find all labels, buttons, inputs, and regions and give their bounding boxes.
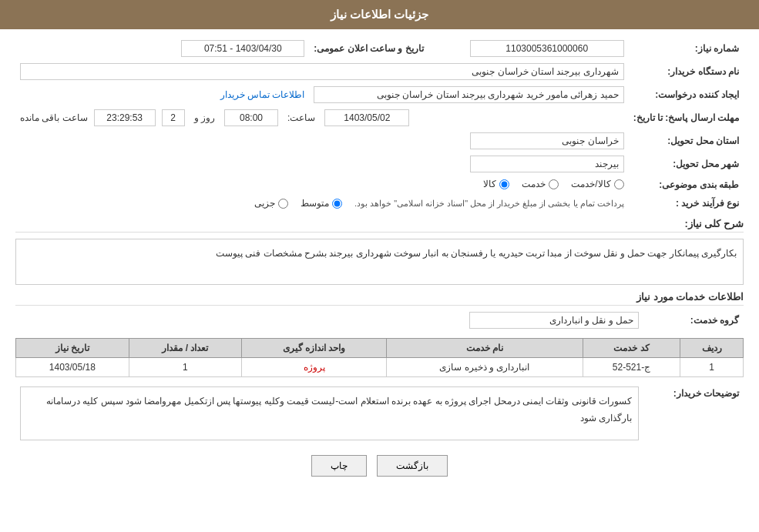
back-button[interactable]: بازگشت [377,455,448,477]
category-goods-service-option[interactable]: کالا/خدمت [571,179,623,189]
purchase-medium-option[interactable]: متوسط [301,198,342,209]
category-service-label: خدمت [522,179,546,189]
category-goods-label: کالا [483,179,496,189]
reply-time-label: ساعت: [287,112,315,123]
category-service-option[interactable]: خدمت [522,179,559,189]
delivery-city-value: بیرجند [470,156,624,172]
col-qty: تعداد / مقدار [129,339,242,358]
reply-date-value: 1403/05/02 [324,109,409,126]
remaining-days: 2 [162,109,185,126]
col-name: نام خدمت [386,339,583,358]
reply-time-value: 08:00 [224,109,278,126]
contact-link[interactable]: اطلاعات تماس خریدار [220,89,305,100]
delivery-city-label: شهر محل تحویل: [629,152,744,176]
description-section-title: شرح کلی نیاز: [15,218,744,233]
row-name: انبارداری و ذخیره سازی [386,358,583,377]
delivery-province-label: استان محل تحویل: [629,129,744,152]
buyer-name-label: نام دستگاه خریدار: [629,60,744,83]
page-title: جزئیات اطلاعات نیاز [0,0,759,29]
col-date: تاریخ نیاز [16,339,129,358]
purchase-note: پرداخت تمام یا بخشی از مبلغ خریدار از مح… [354,199,624,209]
row-unit: پروژه [242,358,387,377]
reply-deadline-label: مهلت ارسال پاسخ: تا تاریخ: [629,106,744,129]
creator-label: ایجاد کننده درخواست: [629,83,744,106]
purchase-type-label: نوع فرآیند خرید : [629,195,744,212]
row-num: 1 [680,358,744,377]
col-unit: واحد اندازه گیری [242,339,387,358]
need-number-value: 1103005361000060 [470,40,624,57]
category-goods-option[interactable]: کالا [483,179,509,189]
announce-date-value: 1403/04/30 - 07:51 [181,40,304,57]
need-number-label: شماره نیاز: [629,37,744,60]
purchase-medium-label: متوسط [301,198,329,209]
row-qty: 1 [129,358,242,377]
col-row: ردیف [680,339,744,358]
remaining-time: 23:29:53 [94,109,156,126]
purchase-partial-option[interactable]: جزیی [254,198,288,209]
col-code: کد خدمت [583,339,680,358]
remaining-days-label: روز و [194,112,215,123]
category-goods-service-label: کالا/خدمت [571,179,610,189]
row-date: 1403/05/18 [16,358,129,377]
print-button[interactable]: چاپ [311,455,367,477]
service-group-value: حمل و نقل و انبارداری [469,312,639,329]
buyer-name-value: شهرداری بیرجند استان خراسان جنوبی [20,63,624,80]
row-code: ج-521-52 [583,358,680,377]
buyer-notes-label: توضیحات خریدار: [643,383,744,443]
services-section-title: اطلاعات خدمات مورد نیاز [15,291,744,306]
category-label: طبقه بندی موضوعی: [629,176,744,195]
creator-value: حمید زهرائی مامور خرید شهرداری بیرجند اس… [314,86,623,103]
announce-date-label: تاریخ و ساعت اعلان عمومی: [309,37,428,60]
table-row: 1 ج-521-52 انبارداری و ذخیره سازی پروژه … [16,358,744,377]
buyer-notes-text: کسورات قانونی وثقات ایمنی درمحل اجرای پر… [20,386,639,440]
buttons-row: بازگشت چاپ [15,455,744,477]
description-text: بکارگیری پیمانکار جهت حمل و نقل سوخت از … [15,239,744,285]
delivery-province-value: خراسان جنوبی [470,132,624,149]
services-table: ردیف کد خدمت نام خدمت واحد اندازه گیری ت… [15,338,744,377]
purchase-partial-label: جزیی [254,198,275,209]
service-group-label: گروه خدمت: [643,309,744,332]
remaining-label: ساعت باقی مانده [20,112,88,123]
